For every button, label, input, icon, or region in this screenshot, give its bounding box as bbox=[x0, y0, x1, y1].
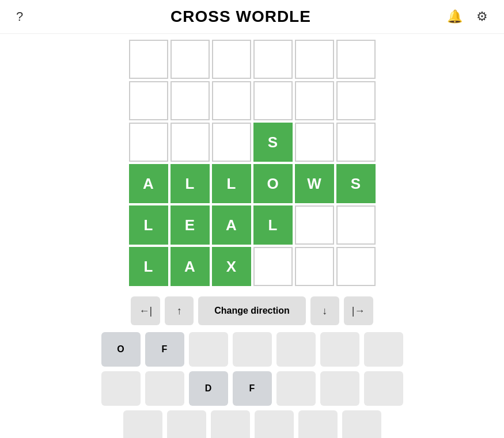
key-blank-12[interactable] bbox=[167, 410, 206, 438]
backspace-icon: ←| bbox=[139, 305, 152, 317]
cell-5-3 bbox=[253, 247, 293, 286]
header-icons: 🔔 ⚙ bbox=[445, 7, 490, 26]
cell-2-1 bbox=[170, 123, 210, 162]
cell-0-5 bbox=[336, 40, 376, 79]
cell-4-0: L bbox=[129, 205, 168, 245]
main-content: SALLOWSLEALLAX ←| ↑ Change direction ↓ |… bbox=[0, 34, 504, 438]
cell-3-4: W bbox=[295, 164, 334, 203]
help-icon: ? bbox=[16, 9, 23, 24]
cell-2-3: S bbox=[253, 123, 293, 162]
up-arrow-icon: ↑ bbox=[177, 305, 182, 317]
cell-3-3: O bbox=[253, 164, 293, 203]
help-button-container: ? bbox=[14, 7, 37, 26]
cell-3-5: S bbox=[336, 164, 376, 203]
backspace-button[interactable]: ←| bbox=[131, 296, 160, 325]
keyboard-row-2: D F bbox=[101, 371, 403, 406]
cell-1-4 bbox=[295, 81, 334, 120]
key-D[interactable]: D bbox=[189, 371, 228, 406]
settings-icon: ⚙ bbox=[476, 9, 488, 24]
key-blank-4[interactable] bbox=[320, 332, 359, 367]
key-blank-16[interactable] bbox=[342, 410, 381, 438]
notification-icon: 🔔 bbox=[447, 9, 463, 24]
key-blank-15[interactable] bbox=[298, 410, 338, 438]
cell-1-5 bbox=[336, 81, 376, 120]
key-blank-5[interactable] bbox=[364, 332, 403, 367]
cell-5-1: A bbox=[170, 247, 210, 286]
key-blank-10[interactable] bbox=[364, 371, 403, 406]
cell-5-4 bbox=[295, 247, 334, 286]
cell-0-2 bbox=[212, 40, 251, 79]
move-up-button[interactable]: ↑ bbox=[165, 296, 194, 325]
change-direction-label: Change direction bbox=[214, 306, 290, 316]
game-grid: SALLOWSLEALLAX bbox=[129, 40, 376, 286]
cell-2-2 bbox=[212, 123, 251, 162]
cell-1-3 bbox=[253, 81, 293, 120]
key-blank-8[interactable] bbox=[276, 371, 316, 406]
notification-button[interactable]: 🔔 bbox=[445, 7, 465, 26]
keyboard-row-1: O F bbox=[101, 332, 403, 367]
cell-0-1 bbox=[170, 40, 210, 79]
change-direction-button[interactable]: Change direction bbox=[198, 296, 306, 325]
cell-4-2: A bbox=[212, 205, 251, 245]
key-blank-11[interactable] bbox=[123, 410, 162, 438]
key-blank-13[interactable] bbox=[211, 410, 250, 438]
cell-5-2: X bbox=[212, 247, 251, 286]
help-button[interactable]: ? bbox=[14, 7, 25, 26]
key-blank-9[interactable] bbox=[320, 371, 359, 406]
key-blank-2[interactable] bbox=[233, 332, 272, 367]
key-blank-14[interactable] bbox=[255, 410, 294, 438]
key-blank-6[interactable] bbox=[101, 371, 141, 406]
cell-4-5 bbox=[336, 205, 376, 245]
keyboard-row-3 bbox=[123, 410, 381, 438]
cell-2-4 bbox=[295, 123, 334, 162]
key-F2[interactable]: F bbox=[233, 371, 272, 406]
cell-3-1: L bbox=[170, 164, 210, 203]
cell-4-3: L bbox=[253, 205, 293, 245]
key-blank-3[interactable] bbox=[276, 332, 316, 367]
down-arrow-icon: ↓ bbox=[322, 305, 327, 317]
app-title: CROSS WORDLE bbox=[170, 7, 311, 26]
keyboard: O F D F bbox=[0, 332, 504, 438]
header: ? CROSS WORDLE 🔔 ⚙ bbox=[0, 0, 504, 34]
key-F[interactable]: F bbox=[145, 332, 184, 367]
right-arrow-icon: |→ bbox=[352, 305, 365, 317]
key-O[interactable]: O bbox=[101, 332, 141, 367]
key-blank-7[interactable] bbox=[145, 371, 184, 406]
cell-5-0: L bbox=[129, 247, 168, 286]
cell-5-5 bbox=[336, 247, 376, 286]
settings-button[interactable]: ⚙ bbox=[474, 7, 490, 26]
cell-2-0 bbox=[129, 123, 168, 162]
cell-4-4 bbox=[295, 205, 334, 245]
move-right-button[interactable]: |→ bbox=[344, 296, 373, 325]
cell-4-1: E bbox=[170, 205, 210, 245]
cell-1-2 bbox=[212, 81, 251, 120]
cell-0-3 bbox=[253, 40, 293, 79]
cell-2-5 bbox=[336, 123, 376, 162]
cell-3-0: A bbox=[129, 164, 168, 203]
cell-1-1 bbox=[170, 81, 210, 120]
cell-0-0 bbox=[129, 40, 168, 79]
cell-0-4 bbox=[295, 40, 334, 79]
key-blank-1[interactable] bbox=[189, 332, 228, 367]
move-down-button[interactable]: ↓ bbox=[310, 296, 339, 325]
cell-3-2: L bbox=[212, 164, 251, 203]
cell-1-0 bbox=[129, 81, 168, 120]
direction-controls: ←| ↑ Change direction ↓ |→ bbox=[131, 296, 373, 325]
